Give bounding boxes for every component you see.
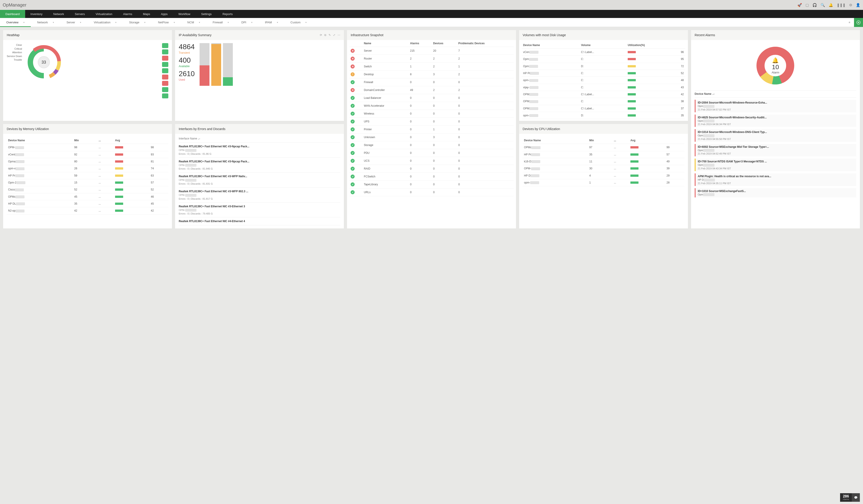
subnav-tab-netflow[interactable]: NetFlow▾ (152, 18, 181, 27)
heat-tile[interactable] (162, 93, 168, 99)
table-row[interactable]: ✓Printer010 (349, 126, 514, 133)
table-header[interactable]: ... (612, 137, 629, 144)
search-icon[interactable]: 🔍 (821, 3, 825, 7)
subnav-tab-custom[interactable]: Custom▾ (284, 18, 313, 27)
alarms-list-header[interactable]: Device Name (695, 92, 712, 95)
add-widget-button[interactable] (854, 18, 863, 27)
table-header[interactable]: Avg (114, 137, 149, 144)
table-row[interactable]: ✓Load Balancer000 (349, 94, 514, 102)
table-header[interactable]: Device Name (522, 42, 580, 49)
edit-icon[interactable]: ✎ (328, 34, 331, 37)
interfaces-header[interactable]: Interface Name (179, 137, 197, 140)
table-row[interactable]: Opma80...81 (7, 158, 168, 165)
table-row[interactable]: opm-D:35 (522, 112, 685, 119)
mainnav-tab-dashboard[interactable]: Dashboard (0, 10, 25, 18)
alarm-item[interactable]: ID=4625 Source=Microsoft-Windows-Securit… (695, 115, 856, 127)
interface-item[interactable]: Realtek RTL8139C+ Fast Ethernet NIC #3-W… (179, 172, 340, 188)
mainnav-tab-inventory[interactable]: Inventory (25, 10, 48, 18)
table-row[interactable]: vijay-C:43 (522, 84, 685, 91)
barcode-icon[interactable]: ❚❚❚ (837, 3, 846, 7)
table-row[interactable]: ✓UPS000 (349, 118, 514, 126)
heat-tile[interactable] (162, 49, 168, 54)
alarm-item[interactable]: ID=6002 Source=MSExchange Mid-Tier Stora… (695, 144, 856, 157)
table-row[interactable]: ✕Switch121 (349, 63, 514, 70)
table-header[interactable] (349, 40, 363, 47)
interface-item[interactable]: Realtek RTL8139C+ Fast Ethernet NIC #3-N… (179, 143, 340, 158)
mainnav-tab-settings[interactable]: Settings (196, 10, 217, 18)
table-row[interactable]: !Desktop832 (349, 70, 514, 78)
table-header[interactable]: Problematic Devices (457, 40, 514, 47)
table-row[interactable]: opm-v26...74 (7, 165, 168, 172)
table-header[interactable]: Devices (432, 40, 457, 47)
table-row[interactable]: HP DL35...45 (7, 200, 168, 207)
table-row[interactable]: Cisco52...52 (7, 186, 168, 193)
headset-icon[interactable]: 🎧 (812, 3, 817, 7)
gear-icon[interactable]: ⚙ (849, 3, 852, 7)
table-row[interactable]: ✓Firewall000 (349, 78, 514, 86)
table-row[interactable]: ✓URLs000 (349, 189, 514, 196)
bell-icon[interactable]: 🔔 (829, 3, 833, 7)
table-row[interactable]: OPM-30...39 (523, 165, 684, 172)
table-header[interactable]: Device Name (523, 137, 588, 144)
mainnav-tab-alarms[interactable]: Alarms (118, 10, 138, 18)
table-header[interactable]: Min (588, 137, 612, 144)
table-row[interactable]: k16-D11...49 (523, 158, 684, 165)
alarm-item[interactable]: ID=1014 Source=Microsoft-Windows-DNS-Cli… (695, 129, 856, 142)
table-row[interactable]: Opm-215...57 (7, 179, 168, 186)
copy-icon[interactable]: ⧉ (324, 34, 326, 37)
heatmap-donut[interactable]: 33 (25, 43, 63, 81)
expand-icon[interactable]: ⤢ (333, 34, 335, 37)
table-row[interactable]: ✕Router222 (349, 55, 514, 63)
close-icon[interactable]: ⋯ (338, 34, 340, 37)
table-row[interactable]: ✓WAN Accelerator000 (349, 102, 514, 110)
subnav-tab-ncm[interactable]: NCM▾ (181, 18, 207, 27)
mainnav-tab-workflow[interactable]: Workflow (173, 10, 196, 18)
table-row[interactable]: OPMC:\ Label...37 (522, 105, 685, 112)
table-row[interactable]: ✓Storage000 (349, 141, 514, 149)
table-row[interactable]: vCenC:\ Label...96 (522, 49, 685, 56)
table-header[interactable]: Device Name (7, 137, 73, 144)
mainnav-tab-network[interactable]: Network (48, 10, 70, 18)
interface-item[interactable]: Realtek RTL8139C+ Fast Ethernet NIC #3-N… (179, 158, 340, 173)
table-row[interactable]: ✓UCS000 (349, 157, 514, 165)
user-icon[interactable]: 👤 (856, 3, 860, 7)
table-row[interactable]: OPM-98...98 (7, 144, 168, 151)
table-header[interactable]: Name (363, 40, 409, 47)
table-row[interactable]: ✓RAID000 (349, 165, 514, 173)
subnav-tab-overview[interactable]: Overview▾ (0, 18, 31, 27)
table-row[interactable]: ✓FCSwitch000 (349, 173, 514, 181)
table-header[interactable]: Volume (579, 42, 626, 49)
table-row[interactable]: OpmD:72 (522, 63, 685, 69)
favorite-icon[interactable]: ★ (845, 21, 854, 24)
table-row[interactable]: ✕Server215207 (349, 47, 514, 55)
heat-tile[interactable] (162, 75, 168, 79)
table-header[interactable]: Alarms (409, 40, 432, 47)
heat-tile[interactable] (162, 62, 168, 67)
subnav-tab-network[interactable]: Network▾ (31, 18, 60, 27)
table-row[interactable]: HP D4...29 (523, 172, 684, 179)
table-row[interactable]: ✕DomainController4922 (349, 86, 514, 94)
presentation-icon[interactable]: ▢ (805, 3, 809, 7)
table-header[interactable]: Utilization(%) (626, 42, 685, 49)
alarm-item[interactable]: ID=2004 Source=Microsoft-Windows-Resourc… (695, 100, 856, 112)
table-row[interactable]: HP Pr35...57 (523, 151, 684, 158)
interface-item[interactable]: Realtek RTL8139C+ Fast Ethernet NIC #4-E… (179, 217, 340, 225)
table-row[interactable]: vCent92...93 (7, 151, 168, 158)
table-header[interactable]: ... (97, 137, 114, 144)
mainnav-tab-reports[interactable]: Reports (217, 10, 238, 18)
table-row[interactable]: ✓PDU000 (349, 149, 514, 157)
subnav-tab-dpi[interactable]: DPI▾ (235, 18, 259, 27)
mainnav-tab-apps[interactable]: Apps (155, 10, 173, 18)
alarm-ring[interactable]: 🔔 10 Alarm (755, 46, 796, 86)
mainnav-tab-virtualization[interactable]: Virtualization (90, 10, 118, 18)
table-row[interactable]: ✓Unknown030 (349, 133, 514, 141)
heat-tile[interactable] (162, 87, 168, 92)
table-row[interactable]: OPMC:38 (522, 98, 685, 105)
heat-tile[interactable] (162, 81, 168, 86)
mainnav-tab-maps[interactable]: Maps (138, 10, 155, 18)
refresh-icon[interactable]: ⟳ (320, 34, 322, 37)
table-row[interactable]: OPMc45...46 (7, 193, 168, 200)
subnav-tab-firewall[interactable]: Firewall▾ (206, 18, 235, 27)
heat-tile[interactable] (162, 56, 168, 61)
table-row[interactable]: opm-1...28 (523, 179, 684, 186)
